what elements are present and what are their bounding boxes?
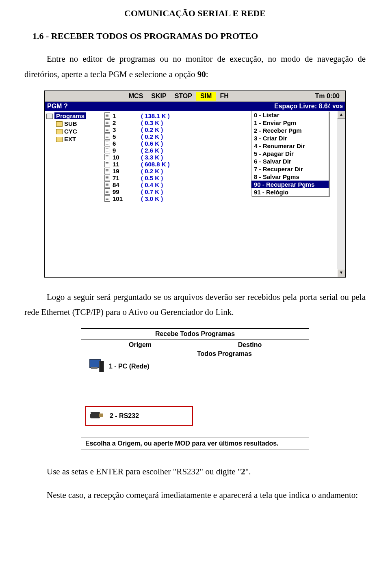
scroll-track[interactable]	[337, 119, 345, 269]
plug-icon: S	[88, 409, 105, 423]
file-size: ( 2.6 K )	[141, 147, 163, 154]
menu-mcs[interactable]: MCS	[125, 92, 147, 101]
option-label: 2 - RS232	[110, 412, 139, 420]
folder-icon	[56, 129, 63, 134]
menu-item[interactable]: 91 - Relógio	[251, 188, 329, 196]
scroll-up-button[interactable]: ▲	[337, 111, 345, 119]
tree-root[interactable]: Programs	[54, 112, 86, 119]
drive-icon	[46, 114, 53, 119]
menu-tm: Tm 0:00	[311, 92, 344, 101]
tree-label: EXT	[64, 136, 76, 142]
para1-text: Entre no editor de programas ou no monit…	[24, 54, 366, 79]
paragraph-4: Neste caso, a recepção começará imediata…	[24, 488, 366, 503]
file-size: ( 3.3 K )	[141, 154, 163, 161]
document-icon	[104, 140, 110, 146]
menu-item[interactable]: 6 - Salvar Dir	[251, 157, 329, 165]
menu-item[interactable]: 0 - Listar	[251, 111, 329, 119]
document-icon	[104, 112, 110, 119]
file-size: ( 0.3 K )	[141, 119, 163, 126]
document-icon	[104, 168, 110, 174]
menu-item[interactable]: 1 - Enviar Pgm	[251, 119, 329, 127]
para1-bold: 90	[197, 69, 206, 79]
menu-skip[interactable]: SKIP	[147, 92, 170, 101]
title-left: PGM ?	[47, 103, 68, 110]
paragraph-1: Entre no editor de programas ou no monit…	[24, 52, 366, 82]
page-header: COMUNICAÇÃO SERIAL E REDE	[24, 8, 366, 19]
folder-icon	[56, 137, 63, 142]
col-origem: Origem	[85, 341, 195, 349]
pc-icon	[87, 359, 104, 374]
file-name: 19	[113, 168, 141, 174]
tree-item[interactable]: SUB	[46, 120, 99, 127]
file-size: ( 0.4 K )	[141, 181, 163, 188]
document-icon	[104, 147, 110, 153]
document-icon	[104, 133, 110, 140]
section-title: 1.6 - RECEBER TODOS OS PROGRAMAS DO PROT…	[32, 31, 366, 41]
vos-tab: vos	[330, 102, 345, 110]
para3-tail: ".	[245, 467, 251, 476]
document-icon	[104, 119, 110, 126]
screenshot-pgm-window: MCS SKIP STOP SIM FH Tm 0:00 PGM ? Espaç…	[44, 90, 346, 278]
folder-icon	[56, 121, 63, 127]
tree-label: SUB	[64, 120, 77, 127]
document-icon	[104, 181, 110, 188]
scrollbar[interactable]: ▲ ▼	[337, 111, 345, 277]
dialog-footer: Escolha a Origem, ou aperte MOD para ver…	[81, 437, 309, 450]
file-name: 9	[113, 147, 141, 154]
document-icon	[104, 126, 110, 133]
file-name: 11	[113, 161, 141, 168]
file-name: 10	[113, 154, 141, 161]
paragraph-3: Use as setas e ENTER para escolher "RS23…	[24, 464, 366, 480]
file-name: 3	[113, 126, 141, 133]
file-name: 99	[113, 188, 141, 195]
para3-text: Use as setas e ENTER para escolher "RS23…	[47, 467, 241, 476]
titlebar: PGM ? Espaço Livre: 8.64 GB	[45, 102, 345, 111]
document-icon	[104, 174, 110, 181]
file-size: ( 0.2 K )	[141, 133, 163, 140]
file-name: 5	[113, 133, 141, 140]
tree-item[interactable]: EXT	[46, 136, 99, 142]
scroll-down-button[interactable]: ▼	[337, 269, 345, 277]
document-icon	[104, 188, 110, 195]
para3-bold: 2	[241, 467, 245, 476]
dialog-title: Recebe Todos Programas	[81, 329, 309, 340]
menu-item[interactable]: 90 - Recuperar Pgms	[251, 181, 329, 188]
file-name: 2	[113, 119, 141, 126]
tree-label: CYC	[64, 128, 77, 135]
file-name: 1	[113, 112, 141, 119]
destino-value: Todos Programas	[193, 350, 305, 433]
menu-stop[interactable]: STOP	[171, 92, 196, 101]
file-name: 71	[113, 174, 141, 181]
option-pc-rede[interactable]: 1 - PC (Rede)	[85, 358, 193, 375]
para1-tail: :	[206, 69, 208, 79]
context-menu[interactable]: 0 - Listar1 - Enviar Pgm2 - Receber Pgm3…	[251, 111, 329, 196]
file-size: ( 0.2 K )	[141, 168, 163, 174]
file-size: ( 3.0 K )	[141, 195, 163, 202]
document-icon	[104, 195, 110, 202]
menu-item[interactable]: 2 - Receber Pgm	[251, 127, 329, 134]
file-name: 101	[113, 195, 141, 202]
menu-sim[interactable]: SIM	[196, 92, 216, 101]
screenshot-recebe-dialog: Recebe Todos Programas Origem Destino 1 …	[81, 328, 309, 450]
paragraph-2: Logo a seguir será perguntado se os arqu…	[24, 290, 366, 321]
document-icon	[104, 161, 110, 167]
menu-item[interactable]: 3 - Criar Dir	[251, 134, 329, 142]
file-name: 84	[113, 181, 141, 188]
menu-item[interactable]: 5 - Apagar Dir	[251, 150, 329, 157]
tree-item[interactable]: CYC	[46, 128, 99, 135]
file-size: ( 0.2 K )	[141, 126, 163, 133]
menu-item[interactable]: 8 - Salvar Pgms	[251, 173, 329, 181]
menubar: MCS SKIP STOP SIM FH Tm 0:00	[45, 91, 345, 102]
col-destino: Destino	[195, 341, 305, 349]
file-size: ( 608.8 K )	[141, 161, 170, 168]
menu-fh[interactable]: FH	[216, 92, 232, 101]
file-name: 6	[113, 140, 141, 147]
menu-item[interactable]: 7 - Recuperar Dir	[251, 165, 329, 173]
folder-tree[interactable]: Programs SUB CYC EXT	[45, 111, 101, 277]
file-size: ( 0.7 K )	[141, 188, 163, 195]
option-label: 1 - PC (Rede)	[109, 363, 150, 370]
file-size: ( 138.1 K )	[141, 112, 170, 119]
menu-item[interactable]: 4 - Renumerar Dir	[251, 142, 329, 150]
option-rs232[interactable]: S 2 - RS232	[85, 406, 193, 426]
file-size: ( 0.6 K )	[141, 140, 163, 147]
